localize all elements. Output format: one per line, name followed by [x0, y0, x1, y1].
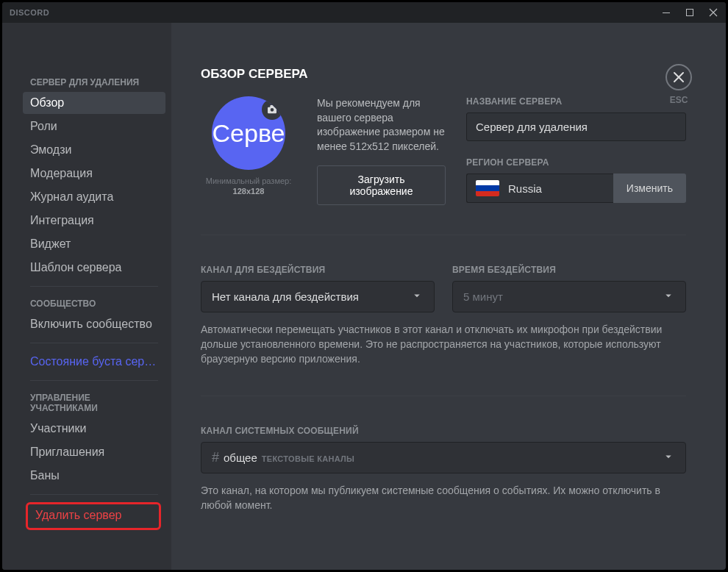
- upload-image-button[interactable]: Загрузить изображение: [317, 165, 446, 205]
- server-icon-text: Серве: [213, 119, 285, 148]
- sidebar-item-members[interactable]: Участники: [23, 418, 165, 440]
- sidebar-item-template[interactable]: Шаблон сервера: [23, 257, 165, 279]
- close-label: ESC: [670, 95, 688, 105]
- server-name-input[interactable]: [466, 112, 686, 141]
- app-window: DISCORD СЕРВЕР ДЛЯ УДАЛЕНИЯ Обзор Роли Э…: [2, 2, 726, 570]
- settings-sidebar: СЕРВЕР ДЛЯ УДАЛЕНИЯ Обзор Роли Эмодзи Мо…: [2, 23, 171, 570]
- svg-rect-1: [687, 10, 693, 16]
- server-name-label: НАЗВАНИЕ СЕРВЕРА: [466, 96, 686, 107]
- sidebar-section-user-mgmt: УПРАВЛЕНИЕ УЧАСТНИКАМИ: [23, 388, 165, 418]
- sidebar-item-widget[interactable]: Виджет: [23, 233, 165, 255]
- icon-recommendation: Мы рекомендуем для вашего сервера изобра…: [317, 96, 446, 154]
- window-controls: [661, 7, 718, 18]
- titlebar: DISCORD: [2, 2, 726, 23]
- sidebar-item-roles[interactable]: Роли: [23, 115, 165, 137]
- hash-icon: #: [212, 450, 219, 465]
- afk-timeout-value: 5 минут: [463, 290, 503, 303]
- region-name: Russia: [508, 182, 542, 195]
- sidebar-item-delete-server[interactable]: Удалить сервер: [28, 504, 159, 526]
- system-channel-help: Это канал, на котором мы публикуем систе…: [201, 484, 686, 512]
- close-window-button[interactable]: [708, 7, 718, 18]
- delete-server-highlight: Удалить сервер: [26, 502, 161, 530]
- sidebar-item-audit-log[interactable]: Журнал аудита: [23, 186, 165, 208]
- minimize-button[interactable]: [661, 7, 671, 18]
- system-channel-category: ТЕКСТОВЫЕ КАНАЛЫ: [262, 454, 354, 463]
- upload-image-icon: [262, 99, 282, 120]
- system-channel-select[interactable]: # общее ТЕКСТОВЫЕ КАНАЛЫ: [201, 442, 686, 473]
- page-title: ОБЗОР СЕРВЕРА: [201, 67, 686, 82]
- sidebar-item-invites[interactable]: Приглашения: [23, 441, 165, 463]
- afk-help-text: Автоматически перемещать участников в эт…: [201, 323, 686, 366]
- sidebar-section-community: СООБЩЕСТВО: [23, 294, 165, 313]
- chevron-down-icon: [662, 289, 675, 304]
- server-icon-preview[interactable]: Серве: [212, 96, 285, 170]
- russia-flag-icon: [476, 180, 499, 196]
- afk-timeout-select[interactable]: 5 минут: [452, 281, 686, 312]
- sidebar-item-integrations[interactable]: Интеграция: [23, 210, 165, 232]
- chevron-down-icon: [410, 289, 424, 304]
- server-region-label: РЕГИОН СЕРВЕРА: [466, 157, 686, 168]
- close-icon: [665, 64, 692, 90]
- region-display: Russia: [466, 174, 613, 203]
- afk-channel-label: КАНАЛ ДЛЯ БЕЗДЕЙСТВИЯ: [201, 265, 435, 275]
- afk-channel-value: Нет канала для бездействия: [212, 290, 359, 303]
- sidebar-item-bans[interactable]: Баны: [23, 465, 165, 487]
- svg-rect-0: [663, 12, 670, 13]
- sidebar-item-emoji[interactable]: Эмодзи: [23, 139, 165, 161]
- afk-channel-select[interactable]: Нет канала для бездействия: [201, 281, 435, 312]
- close-settings-button[interactable]: ESC: [665, 64, 692, 105]
- app-logo: DISCORD: [10, 8, 49, 17]
- system-channel-name: общее: [224, 451, 257, 464]
- system-channel-label: КАНАЛ СИСТЕМНЫХ СООБЩЕНИЙ: [201, 426, 686, 436]
- settings-content: ESC ОБЗОР СЕРВЕРА Серве Минимальный разм…: [171, 23, 726, 570]
- change-region-button[interactable]: Изменить: [613, 174, 686, 203]
- chevron-down-icon: [662, 450, 675, 465]
- sidebar-item-enable-community[interactable]: Включить сообщество: [23, 313, 165, 335]
- sidebar-item-overview[interactable]: Обзор: [23, 92, 165, 114]
- sidebar-item-boost-status[interactable]: Состояние буста серв...: [23, 351, 165, 373]
- sidebar-item-moderation[interactable]: Модерация: [23, 162, 165, 185]
- sidebar-section-server: СЕРВЕР ДЛЯ УДАЛЕНИЯ: [23, 73, 165, 92]
- min-size-hint: Минимальный размер: 128x128: [201, 176, 296, 197]
- maximize-button[interactable]: [685, 7, 695, 18]
- afk-timeout-label: ВРЕМЯ БЕЗДЕЙСТВИЯ: [452, 265, 686, 275]
